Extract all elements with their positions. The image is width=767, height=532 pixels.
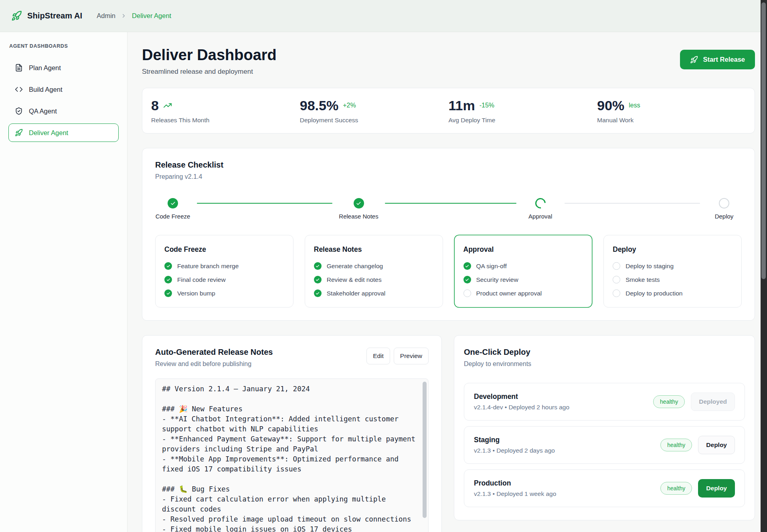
sidebar-nav: Plan Agent Build Agent QA Agent Deliver …	[8, 59, 119, 142]
breadcrumb: Admin Deliver Agent	[97, 12, 171, 20]
checklist-item[interactable]: Product owner approval	[463, 289, 583, 297]
checklist-group-card: Deploy Deploy to staging Smoke tests Dep…	[603, 235, 742, 307]
checklist-item[interactable]: Feature branch merge	[164, 262, 284, 270]
stat-delta: -15%	[480, 102, 494, 109]
check-circle-icon	[164, 289, 172, 297]
sidebar-item-label: Deliver Agent	[29, 129, 68, 137]
health-badge: healthy	[653, 395, 685, 408]
deploy-button[interactable]: Deploy	[698, 479, 735, 498]
release-notes-title: Auto-Generated Release Notes	[155, 348, 273, 357]
checklist-group-card: Code Freeze Feature branch merge Final c…	[155, 235, 293, 307]
start-release-button[interactable]: Start Release	[680, 50, 755, 69]
checklist-group-card: Release Notes Generate changelog Review …	[305, 235, 443, 307]
check-circle-icon	[314, 262, 322, 270]
sidebar-item[interactable]: Deliver Agent	[8, 123, 119, 142]
check-circle-icon	[463, 262, 471, 270]
checklist-subtitle: Preparing v2.1.4	[155, 173, 742, 180]
checklist-title: Release Checklist	[155, 160, 742, 170]
group-title: Code Freeze	[164, 245, 284, 254]
step-label: Approval	[528, 213, 552, 220]
checklist-item[interactable]: Smoke tests	[613, 276, 733, 283]
deploy-button[interactable]: Deployed	[691, 392, 735, 411]
stat-value: 98.5%	[300, 98, 338, 113]
step-status-icon	[354, 198, 364, 208]
environment-name: Staging	[474, 436, 555, 444]
preview-button[interactable]: Preview	[394, 348, 429, 364]
environment-row: Staging v2.1.3 • Deployed 2 days ago hea…	[464, 426, 745, 464]
environment-row: Development v2.1.4-dev • Deployed 2 hour…	[464, 383, 745, 421]
page-scrollbar-thumb[interactable]	[761, 2, 766, 279]
check-circle-icon	[314, 289, 322, 297]
release-notes-content[interactable]: ## Version 2.1.4 — January 21, 2024 ### …	[156, 379, 428, 532]
checklist-item[interactable]: Deploy to production	[613, 289, 733, 297]
stat-label: Avg Deploy Time	[449, 117, 597, 124]
release-checklist-card: Release Checklist Preparing v2.1.4 Code …	[142, 148, 755, 321]
step-label: Code Freeze	[156, 213, 190, 220]
release-notes-subtitle: Review and edit before publishing	[155, 360, 273, 368]
check-circle-icon	[314, 276, 322, 283]
sidebar-item[interactable]: Plan Agent	[8, 59, 119, 77]
release-step: Approval	[523, 198, 706, 220]
checklist-item[interactable]: Version bump	[164, 289, 284, 297]
release-stepper: Code Freeze Release Notes Approval Deplo…	[155, 198, 742, 220]
empty-circle-icon	[613, 289, 620, 297]
empty-circle-icon	[463, 289, 471, 297]
step-connector	[565, 203, 700, 204]
checklist-item-label: Final code review	[177, 276, 226, 283]
release-notes-card: Auto-Generated Release Notes Review and …	[142, 335, 442, 532]
one-click-deploy-card: One-Click Deploy Deploy to environments …	[454, 335, 755, 520]
sidebar-item[interactable]: QA Agent	[8, 102, 119, 120]
step-connector	[197, 203, 332, 204]
breadcrumb-admin[interactable]: Admin	[97, 12, 115, 20]
stat: 98.5% +2% Deployment Success	[300, 98, 449, 124]
deploy-button[interactable]: Deploy	[698, 436, 735, 454]
environment-row: Production v2.1.3 • Deployed 1 week ago …	[464, 469, 745, 507]
stat: 90% less Manual Work	[597, 98, 746, 124]
check-circle-icon	[164, 276, 172, 283]
breadcrumb-current[interactable]: Deliver Agent	[132, 12, 171, 20]
sidebar-item-label: QA Agent	[29, 107, 57, 115]
checklist-item[interactable]: Final code review	[164, 276, 284, 283]
environment-meta: v2.1.3 • Deployed 2 days ago	[474, 447, 555, 454]
sidebar-item-label: Build Agent	[29, 86, 62, 93]
environments-list: Development v2.1.4-dev • Deployed 2 hour…	[464, 383, 745, 507]
stat-label: Manual Work	[597, 117, 746, 124]
stat: 11m -15% Avg Deploy Time	[449, 98, 597, 124]
chevron-right-icon	[121, 13, 127, 19]
step-status-icon	[719, 198, 729, 208]
sidebar: AGENT DASHBOARDS Plan Agent Build Agent …	[0, 32, 127, 532]
page-scrollbar[interactable]	[761, 0, 767, 532]
release-step: Release Notes	[339, 198, 522, 220]
stat-value: 8	[151, 98, 159, 113]
sidebar-item-icon	[15, 85, 23, 93]
stat-value: 11m	[449, 98, 475, 113]
stat: 8 Releases This Month	[151, 98, 300, 124]
environment-name: Development	[474, 392, 569, 401]
checklist-item[interactable]: QA sign-off	[463, 262, 583, 270]
checklist-item[interactable]: Generate changelog	[314, 262, 434, 270]
checklist-item[interactable]: Security review	[463, 276, 583, 283]
checklist-item[interactable]: Review & edit notes	[314, 276, 434, 283]
trending-up-icon	[163, 101, 172, 110]
checklist-item-label: Feature branch merge	[177, 263, 239, 270]
deploy-title: One-Click Deploy	[464, 348, 745, 357]
checklist-item[interactable]: Deploy to staging	[613, 262, 733, 270]
edit-button[interactable]: Edit	[366, 348, 390, 364]
deploy-subtitle: Deploy to environments	[464, 360, 745, 368]
group-title: Deploy	[613, 245, 733, 254]
step-connector	[385, 203, 516, 204]
stats-card: 8 Releases This Month 98.5% +2% Deployme…	[142, 88, 755, 134]
notes-scrollbar-thumb[interactable]	[423, 382, 427, 518]
sidebar-item[interactable]: Build Agent	[8, 80, 119, 99]
environment-name: Production	[474, 479, 556, 487]
stat-delta: +2%	[343, 102, 356, 109]
checklist-item-label: Version bump	[177, 290, 215, 297]
empty-circle-icon	[613, 262, 620, 270]
checklist-item-label: Security review	[476, 276, 518, 283]
step-label: Release Notes	[339, 213, 378, 220]
checklist-item[interactable]: Stakeholder approval	[314, 289, 434, 297]
empty-circle-icon	[613, 276, 620, 283]
step-label: Deploy	[715, 213, 734, 220]
group-title: Approval	[463, 245, 583, 254]
checklist-item-label: Review & edit notes	[327, 276, 382, 283]
